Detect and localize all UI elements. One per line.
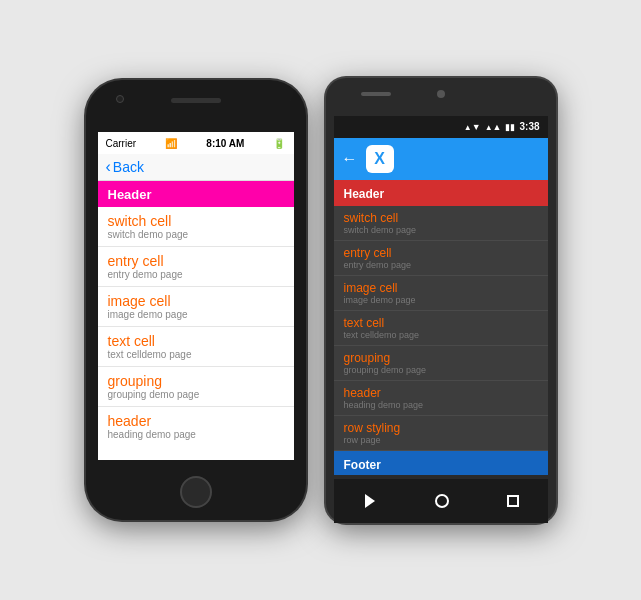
android-list-header[interactable]: Header xyxy=(334,180,548,206)
android-item-subtitle-grouping: grouping demo page xyxy=(344,365,538,375)
ios-list-header[interactable]: Header xyxy=(98,181,294,207)
android-recents-nav-icon[interactable] xyxy=(507,495,519,507)
ios-list-item-grouping[interactable]: grouping grouping demo page xyxy=(98,367,294,407)
iphone-home-button[interactable] xyxy=(180,476,212,508)
android-speaker xyxy=(361,92,391,96)
android-camera xyxy=(437,90,445,98)
android-app-icon: X xyxy=(366,145,394,173)
ios-item-subtitle-entry: entry demo page xyxy=(108,269,284,280)
android-time: 3:38 xyxy=(519,121,539,132)
ios-battery-icon: 🔋 xyxy=(273,138,285,149)
android-item-title-grouping: grouping xyxy=(344,351,538,365)
ios-item-title-image: image cell xyxy=(108,293,284,309)
ios-item-subtitle-grouping: grouping demo page xyxy=(108,389,284,400)
android-item-subtitle-entry: entry demo page xyxy=(344,260,538,270)
ios-header-label: Header xyxy=(108,187,152,202)
android-item-subtitle-text: text celldemo page xyxy=(344,330,538,340)
ios-list: Header switch cell switch demo page entr… xyxy=(98,181,294,443)
android-list-item-switch[interactable]: switch cell switch demo page xyxy=(334,206,548,241)
ios-list-item-entry[interactable]: entry cell entry demo page xyxy=(98,247,294,287)
android-item-subtitle-image: image demo page xyxy=(344,295,538,305)
ios-status-bar: Carrier 📶 8:10 AM 🔋 xyxy=(98,132,294,154)
ios-back-label: Back xyxy=(113,159,144,175)
android-device: ▼ ▲ ▮ 3:38 ← X Header switch cell switch… xyxy=(326,78,556,523)
android-wifi-icon: ▼ xyxy=(464,122,481,132)
android-item-title-image: image cell xyxy=(344,281,538,295)
iphone-screen: Carrier 📶 8:10 AM 🔋 ‹ Back Header xyxy=(98,132,294,460)
iphone-camera xyxy=(116,95,124,103)
ios-item-title-entry: entry cell xyxy=(108,253,284,269)
ios-carrier: Carrier xyxy=(106,138,137,149)
ios-item-title-header: header xyxy=(108,413,284,429)
android-list: Header switch cell switch demo page entr… xyxy=(334,180,548,475)
android-item-subtitle-header: heading demo page xyxy=(344,400,538,410)
ios-item-title-switch: switch cell xyxy=(108,213,284,229)
android-back-nav-icon[interactable] xyxy=(365,494,375,508)
ios-item-subtitle-image: image demo page xyxy=(108,309,284,320)
ios-time: 8:10 AM xyxy=(206,138,244,149)
android-list-footer[interactable]: Footer xyxy=(334,451,548,475)
ios-nav-bar: ‹ Back xyxy=(98,154,294,181)
android-item-subtitle-switch: switch demo page xyxy=(344,225,538,235)
android-item-title-header: header xyxy=(344,386,538,400)
ios-item-subtitle-text: text celldemo page xyxy=(108,349,284,360)
android-list-item-header[interactable]: header heading demo page xyxy=(334,381,548,416)
android-list-item-entry[interactable]: entry cell entry demo page xyxy=(334,241,548,276)
android-signal-icon: ▲ xyxy=(485,122,502,132)
android-screen: ▼ ▲ ▮ 3:38 ← X Header switch cell switch… xyxy=(334,116,548,475)
ios-list-item-image[interactable]: image cell image demo page xyxy=(98,287,294,327)
android-back-icon[interactable]: ← xyxy=(342,150,358,168)
android-item-subtitle-rowstyling: row page xyxy=(344,435,538,445)
ios-item-title-grouping: grouping xyxy=(108,373,284,389)
android-battery-icon: ▮ xyxy=(505,122,515,132)
android-list-item-image[interactable]: image cell image demo page xyxy=(334,276,548,311)
android-item-title-text: text cell xyxy=(344,316,538,330)
android-item-title-switch: switch cell xyxy=(344,211,538,225)
android-nav-bar xyxy=(334,479,548,523)
ios-item-title-text: text cell xyxy=(108,333,284,349)
android-status-bar: ▼ ▲ ▮ 3:38 xyxy=(334,116,548,138)
android-toolbar: ← X xyxy=(334,138,548,180)
ios-wifi-icon: 📶 xyxy=(165,138,177,149)
ios-item-subtitle-switch: switch demo page xyxy=(108,229,284,240)
android-item-title-entry: entry cell xyxy=(344,246,538,260)
android-list-item-grouping[interactable]: grouping grouping demo page xyxy=(334,346,548,381)
ios-back-chevron-icon: ‹ xyxy=(106,158,111,176)
android-list-item-rowstyling[interactable]: row styling row page xyxy=(334,416,548,451)
ios-list-item-header[interactable]: header heading demo page xyxy=(98,407,294,443)
ios-list-item-switch[interactable]: switch cell switch demo page xyxy=(98,207,294,247)
ios-back-button[interactable]: ‹ Back xyxy=(106,158,144,176)
android-list-item-text[interactable]: text cell text celldemo page xyxy=(334,311,548,346)
iphone-device: Carrier 📶 8:10 AM 🔋 ‹ Back Header xyxy=(86,80,306,520)
android-header-label: Header xyxy=(344,187,385,201)
android-footer-label: Footer xyxy=(344,458,381,472)
android-home-nav-icon[interactable] xyxy=(435,494,449,508)
android-item-title-rowstyling: row styling xyxy=(344,421,538,435)
ios-item-subtitle-header: heading demo page xyxy=(108,429,284,440)
ios-list-item-text[interactable]: text cell text celldemo page xyxy=(98,327,294,367)
iphone-speaker xyxy=(171,98,221,103)
